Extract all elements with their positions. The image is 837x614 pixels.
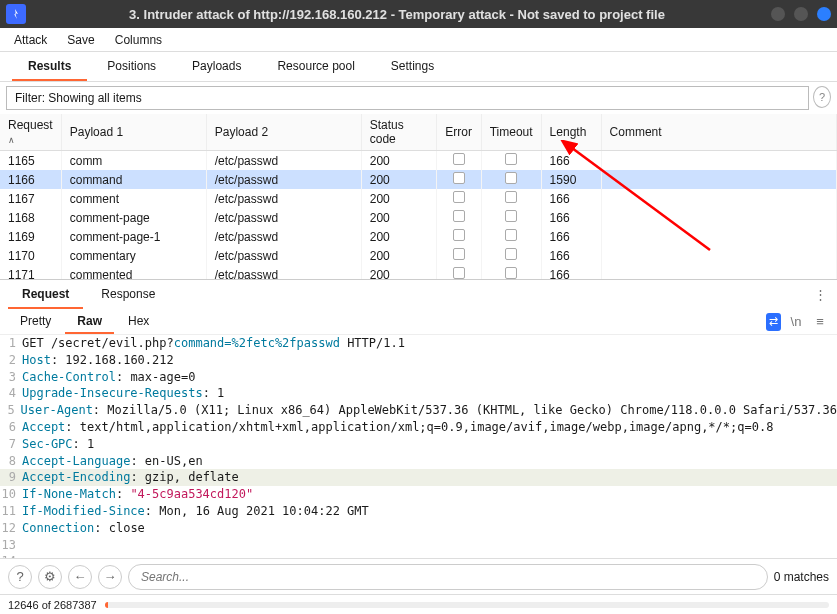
raw-line: 11If-Modified-Since: Mon, 16 Aug 2021 10… bbox=[0, 503, 837, 520]
tab-request[interactable]: Request bbox=[8, 281, 83, 309]
tab-results[interactable]: Results bbox=[12, 53, 87, 81]
timeout-checkbox bbox=[505, 153, 517, 165]
tab-settings[interactable]: Settings bbox=[375, 53, 450, 81]
raw-line: 1GET /secret/evil.php?command=%2fetc%2fp… bbox=[0, 335, 837, 352]
window-title: 3. Intruder attack of http://192.168.160… bbox=[32, 7, 762, 22]
filter-input[interactable]: Filter: Showing all items bbox=[6, 86, 809, 110]
error-checkbox bbox=[453, 210, 465, 222]
app-icon bbox=[6, 4, 26, 24]
results-table-container: Request ∧Payload 1Payload 2Status codeEr… bbox=[0, 114, 837, 279]
table-row[interactable]: 1166command/etc/passwd2001590 bbox=[0, 170, 837, 189]
timeout-checkbox bbox=[505, 267, 517, 279]
search-bar: ? ⚙ ← → 0 matches bbox=[0, 558, 837, 594]
table-row[interactable]: 1165comm/etc/passwd200166 bbox=[0, 151, 837, 171]
menu-attack[interactable]: Attack bbox=[6, 31, 55, 49]
inspector-icon[interactable]: ⇄ bbox=[766, 313, 781, 331]
results-table[interactable]: Request ∧Payload 1Payload 2Status codeEr… bbox=[0, 114, 837, 279]
search-prev-button[interactable]: ← bbox=[68, 565, 92, 589]
column-request[interactable]: Request ∧ bbox=[0, 114, 61, 151]
timeout-checkbox bbox=[505, 191, 517, 203]
close-button[interactable] bbox=[817, 7, 831, 21]
raw-request-view[interactable]: 1GET /secret/evil.php?command=%2fetc%2fp… bbox=[0, 335, 837, 558]
tab-response[interactable]: Response bbox=[87, 281, 169, 309]
table-row[interactable]: 1170commentary/etc/passwd200166 bbox=[0, 246, 837, 265]
column-status-code[interactable]: Status code bbox=[361, 114, 436, 151]
progress-label: 12646 of 2687387 bbox=[8, 599, 97, 611]
raw-line: 5User-Agent: Mozilla/5.0 (X11; Linux x86… bbox=[0, 402, 837, 419]
column-error[interactable]: Error bbox=[436, 114, 481, 151]
column-comment[interactable]: Comment bbox=[601, 114, 836, 151]
column-length[interactable]: Length bbox=[541, 114, 601, 151]
column-payload-1[interactable]: Payload 1 bbox=[61, 114, 206, 151]
status-bar: 12646 of 2687387 bbox=[0, 594, 837, 614]
help-icon[interactable]: ? bbox=[813, 86, 831, 108]
error-checkbox bbox=[453, 248, 465, 260]
main-tabbar: ResultsPositionsPayloadsResource poolSet… bbox=[0, 52, 837, 82]
maximize-button[interactable] bbox=[794, 7, 808, 21]
search-input[interactable] bbox=[128, 564, 768, 590]
timeout-checkbox bbox=[505, 229, 517, 241]
raw-line: 3Cache-Control: max-age=0 bbox=[0, 369, 837, 386]
menu-save[interactable]: Save bbox=[59, 31, 102, 49]
column-timeout[interactable]: Timeout bbox=[481, 114, 541, 151]
timeout-checkbox bbox=[505, 210, 517, 222]
progress-bar bbox=[105, 602, 829, 608]
error-checkbox bbox=[453, 172, 465, 184]
titlebar: 3. Intruder attack of http://192.168.160… bbox=[0, 0, 837, 28]
raw-line: 9Accept-Encoding: gzip, deflate bbox=[0, 469, 837, 486]
raw-line: 13 bbox=[0, 537, 837, 554]
tab-resource-pool[interactable]: Resource pool bbox=[261, 53, 370, 81]
error-checkbox bbox=[453, 229, 465, 241]
error-checkbox bbox=[453, 191, 465, 203]
view-hex[interactable]: Hex bbox=[116, 310, 161, 334]
search-matches-label: 0 matches bbox=[774, 570, 829, 584]
table-row[interactable]: 1167comment/etc/passwd200166 bbox=[0, 189, 837, 208]
view-mode-tabs: PrettyRawHex ⇄ \n ≡ bbox=[0, 309, 837, 335]
tab-payloads[interactable]: Payloads bbox=[176, 53, 257, 81]
search-next-button[interactable]: → bbox=[98, 565, 122, 589]
search-gear-icon[interactable]: ⚙ bbox=[38, 565, 62, 589]
filter-bar: Filter: Showing all items ? bbox=[0, 82, 837, 114]
table-row[interactable]: 1169comment-page-1/etc/passwd200166 bbox=[0, 227, 837, 246]
column-payload-2[interactable]: Payload 2 bbox=[206, 114, 361, 151]
view-raw[interactable]: Raw bbox=[65, 310, 114, 334]
raw-line: 8Accept-Language: en-US,en bbox=[0, 453, 837, 470]
timeout-checkbox bbox=[505, 248, 517, 260]
table-row[interactable]: 1168comment-page/etc/passwd200166 bbox=[0, 208, 837, 227]
raw-line: 12Connection: close bbox=[0, 520, 837, 537]
newline-icon[interactable]: \n bbox=[787, 313, 805, 331]
search-help-icon[interactable]: ? bbox=[8, 565, 32, 589]
view-pretty[interactable]: Pretty bbox=[8, 310, 63, 334]
hamburger-icon[interactable]: ≡ bbox=[811, 313, 829, 331]
error-checkbox bbox=[453, 267, 465, 279]
raw-line: 7Sec-GPC: 1 bbox=[0, 436, 837, 453]
menubar: AttackSaveColumns bbox=[0, 28, 837, 52]
timeout-checkbox bbox=[505, 172, 517, 184]
raw-line: 2Host: 192.168.160.212 bbox=[0, 352, 837, 369]
request-response-tabs: RequestResponse ⋮ bbox=[0, 279, 837, 309]
minimize-button[interactable] bbox=[771, 7, 785, 21]
raw-line: 6Accept: text/html,application/xhtml+xml… bbox=[0, 419, 837, 436]
tab-positions[interactable]: Positions bbox=[91, 53, 172, 81]
raw-line: 4Upgrade-Insecure-Requests: 1 bbox=[0, 385, 837, 402]
menu-columns[interactable]: Columns bbox=[107, 31, 170, 49]
kebab-menu-icon[interactable]: ⋮ bbox=[811, 286, 829, 304]
error-checkbox bbox=[453, 153, 465, 165]
table-row[interactable]: 1171commented/etc/passwd200166 bbox=[0, 265, 837, 279]
raw-line: 10If-None-Match: "4-5c9aa534cd120" bbox=[0, 486, 837, 503]
